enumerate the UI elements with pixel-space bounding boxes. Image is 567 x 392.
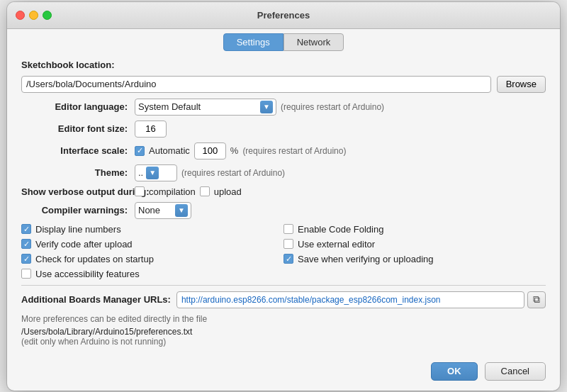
- interface-scale-hint: (requires restart of Arduino): [242, 146, 346, 156]
- sketchbook-row: Sketchbook location:: [21, 60, 546, 70]
- percent-symbol: %: [230, 145, 239, 156]
- font-size-input[interactable]: [135, 121, 167, 138]
- traffic-lights: [16, 11, 52, 20]
- titlebar: Preferences: [7, 2, 560, 29]
- interface-scale-label: Interface scale:: [21, 145, 135, 156]
- checkboxes-left-col: ✓ Display line numbers ✓ Verify code aft…: [21, 224, 284, 279]
- verify-code-checkbox[interactable]: ✓: [21, 239, 31, 249]
- theme-arrow: ▼: [146, 167, 159, 179]
- sketchbook-input-row: Browse: [21, 76, 546, 93]
- display-line-numbers-label: Display line numbers: [35, 224, 121, 235]
- window-title: Preferences: [257, 10, 310, 21]
- external-editor-label: Use external editor: [298, 239, 375, 250]
- tab-network[interactable]: Network: [284, 33, 344, 51]
- display-line-numbers-checkbox[interactable]: ✓: [21, 224, 31, 234]
- check-updates-checkbox[interactable]: ✓: [21, 254, 31, 264]
- theme-value: ..: [138, 167, 143, 178]
- scale-value-input[interactable]: [194, 142, 226, 159]
- file-info-path: /Users/bola/Library/Arduino15/preference…: [21, 327, 546, 337]
- additional-urls-row: Additional Boards Manager URLs: ⧉: [21, 291, 546, 308]
- verbose-label: Show verbose output during:: [21, 186, 135, 197]
- save-verify-row: ✓ Save when verifying or uploading: [284, 254, 546, 264]
- auto-scale-checkbox[interactable]: ✓: [135, 146, 145, 156]
- bottom-bar: OK Cancel: [7, 355, 560, 391]
- external-editor-checkbox[interactable]: [284, 239, 293, 249]
- editor-language-row: Editor language: System Default ▼ (requi…: [21, 99, 546, 116]
- tab-settings[interactable]: Settings: [223, 33, 284, 51]
- editor-language-value: System Default: [138, 101, 260, 112]
- checkboxes-right-col: Enable Code Folding Use external editor …: [284, 224, 546, 279]
- display-line-numbers-row: ✓ Display line numbers: [21, 224, 284, 235]
- preferences-window: Preferences Settings Network Sketchbook …: [7, 2, 560, 391]
- file-info-line1: More preferences can be edited directly …: [21, 313, 546, 325]
- theme-content: .. ▼ (requires restart of Arduino): [135, 164, 546, 181]
- check-updates-row: ✓ Check for updates on startup: [21, 254, 284, 264]
- editor-language-arrow: ▼: [260, 101, 273, 113]
- upload-label: upload: [214, 186, 242, 197]
- editor-language-hint: (requires restart of Arduino): [281, 102, 384, 112]
- editor-language-content: System Default ▼ (requires restart of Ar…: [135, 99, 546, 116]
- checkboxes-section: ✓ Display line numbers ✓ Verify code aft…: [21, 224, 546, 279]
- compiler-warnings-content: None ▼: [135, 202, 546, 219]
- editor-font-size-row: Editor font size:: [21, 121, 546, 138]
- auto-scale-label: Automatic: [149, 145, 190, 156]
- theme-row: Theme: .. ▼ (requires restart of Arduino…: [21, 164, 546, 181]
- compiler-warnings-select[interactable]: None ▼: [135, 202, 191, 219]
- editor-language-select[interactable]: System Default ▼: [135, 99, 276, 116]
- sketchbook-input[interactable]: [21, 76, 491, 93]
- close-button[interactable]: [16, 11, 25, 20]
- code-folding-checkbox[interactable]: [284, 224, 293, 234]
- compiler-warnings-row: Compiler warnings: None ▼: [21, 202, 546, 219]
- settings-content: Sketchbook location: Browse Editor langu…: [7, 51, 560, 355]
- upload-checkbox[interactable]: [200, 186, 210, 196]
- accessibility-checkbox[interactable]: [21, 269, 31, 279]
- url-copy-button[interactable]: ⧉: [527, 291, 546, 308]
- save-verify-checkbox[interactable]: ✓: [284, 254, 293, 264]
- separator: [21, 285, 546, 286]
- theme-select[interactable]: .. ▼: [135, 164, 177, 181]
- cancel-button[interactable]: Cancel: [485, 362, 546, 381]
- interface-scale-row: Interface scale: ✓ Automatic % (requires…: [21, 142, 546, 159]
- file-info-line3: (edit only when Arduino is not running): [21, 337, 546, 347]
- code-folding-label: Enable Code Folding: [298, 224, 383, 235]
- sketchbook-label: Sketchbook location:: [21, 60, 114, 70]
- minimize-button[interactable]: [29, 11, 38, 20]
- browse-button[interactable]: Browse: [497, 76, 546, 93]
- additional-urls-label: Additional Boards Manager URLs:: [21, 294, 176, 305]
- interface-scale-content: ✓ Automatic % (requires restart of Ardui…: [135, 142, 546, 159]
- editor-font-size-content: [135, 121, 546, 138]
- verify-code-row: ✓ Verify code after upload: [21, 239, 284, 250]
- theme-label: Theme:: [21, 167, 135, 178]
- editor-font-size-label: Editor font size:: [21, 123, 135, 134]
- editor-language-label: Editor language:: [21, 101, 135, 112]
- external-editor-row: Use external editor: [284, 239, 546, 250]
- compiler-warnings-label: Compiler warnings:: [21, 205, 135, 215]
- check-updates-label: Check for updates on startup: [35, 254, 154, 264]
- compilation-label: compilation: [149, 186, 196, 197]
- additional-urls-input[interactable]: [176, 291, 524, 308]
- accessibility-row: Use accessibility features: [21, 269, 284, 279]
- compiler-warnings-arrow: ▼: [175, 204, 188, 217]
- theme-hint: (requires restart of Arduino): [181, 168, 285, 178]
- compiler-warnings-value: None: [138, 205, 175, 215]
- ok-button[interactable]: OK: [431, 362, 478, 381]
- save-verify-label: Save when verifying or uploading: [298, 254, 434, 264]
- accessibility-label: Use accessibility features: [35, 269, 140, 279]
- verbose-content: compilation upload: [135, 186, 546, 197]
- file-info-block: More preferences can be edited directly …: [21, 313, 546, 347]
- compilation-checkbox[interactable]: [135, 186, 145, 196]
- verbose-row: Show verbose output during: compilation …: [21, 186, 546, 197]
- verify-code-label: Verify code after upload: [35, 239, 133, 250]
- maximize-button[interactable]: [43, 11, 52, 20]
- tab-bar: Settings Network: [7, 29, 560, 51]
- code-folding-row: Enable Code Folding: [284, 224, 546, 235]
